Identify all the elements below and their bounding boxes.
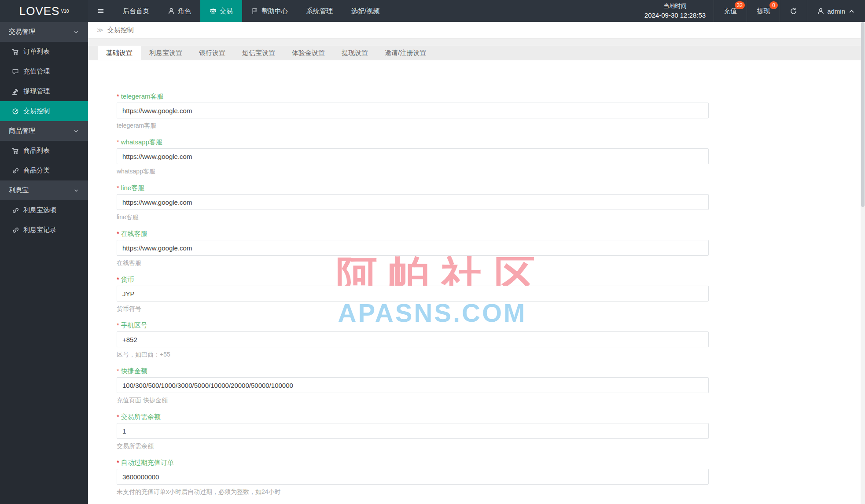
required-asterisk: * (117, 367, 119, 375)
cart-icon (12, 147, 19, 155)
sidebar-item-label: 利息宝选项 (23, 206, 56, 214)
sidebar-item-trade-control[interactable]: 交易控制 (0, 101, 88, 121)
menu-icon (97, 7, 104, 15)
whatsapp-service-input[interactable] (117, 148, 709, 164)
sidebar-group-goods-management[interactable]: 商品管理 (0, 121, 88, 141)
sidebar-group-trade-management[interactable]: 交易管理 (0, 22, 88, 42)
link-icon (12, 207, 19, 214)
topbar-nav-trade[interactable]: 交易 (200, 0, 242, 22)
topbar: LOVES V10 后台首页角色交易帮助中心系统管理选妃/视频 当地时间 202… (0, 0, 865, 22)
cart-icon (12, 48, 19, 55)
tab-invite[interactable]: 邀请/注册设置 (376, 46, 434, 60)
sidebar-item-label: 利息宝记录 (23, 226, 56, 234)
auto-expire-order-input[interactable] (117, 469, 709, 485)
sidebar: 交易管理订单列表充值管理提现管理交易控制商品管理商品列表商品分类利息宝利息宝选项… (0, 22, 88, 504)
required-asterisk: * (117, 230, 119, 237)
recharge-button[interactable]: 充值 32 (714, 0, 747, 22)
tab-trial[interactable]: 体验金设置 (283, 46, 333, 60)
required-asterisk: * (117, 184, 119, 191)
sidebar-item-withdraw-management[interactable]: 提现管理 (0, 81, 88, 101)
sidebar-item-recharge-management[interactable]: 充值管理 (0, 62, 88, 81)
nav-label: 后台首页 (123, 7, 149, 15)
currency-input[interactable] (117, 286, 709, 302)
local-time-value: 2024-09-30 12:28:53 (644, 11, 706, 21)
link-icon (12, 167, 19, 174)
sidebar-group-lixibao[interactable]: 利息宝 (0, 180, 88, 200)
topbar-nav-help[interactable]: 帮助中心 (242, 0, 297, 22)
logo-version: V10 (61, 9, 69, 14)
sidebar-item-label: 交易控制 (23, 107, 50, 115)
field-helper: telegeram客服 (117, 122, 709, 129)
scrollbar (861, 22, 865, 504)
admin-label: admin (827, 7, 845, 15)
tab-bank[interactable]: 银行设置 (191, 46, 234, 60)
sidebar-item-goods-list[interactable]: 商品列表 (0, 141, 88, 161)
tab-withdraw[interactable]: 提现设置 (333, 46, 376, 60)
refresh-button[interactable] (780, 0, 807, 22)
topbar-nav-roles[interactable]: 角色 (158, 0, 200, 22)
settings-form-panel: 阿帕社区 APASNS.COM *telegeram客服telegeram客服*… (88, 60, 865, 504)
caret-up-icon (848, 7, 855, 15)
refresh-icon (790, 7, 797, 15)
required-asterisk: * (117, 92, 119, 100)
field-label: *在线客服 (117, 229, 709, 238)
spacer (88, 38, 865, 45)
link-icon (12, 227, 19, 234)
tab-lixibao[interactable]: 利息宝设置 (141, 46, 191, 60)
field-helper: line客服 (117, 213, 709, 221)
person-icon (168, 7, 175, 15)
withdraw-button[interactable]: 提现 0 (747, 0, 780, 22)
field-label: *交易所需余额 (117, 412, 709, 421)
sidebar-item-lixibao-options[interactable]: 利息宝选项 (0, 200, 88, 220)
topbar-nav-video[interactable]: 选妃/视频 (342, 0, 389, 22)
sidebar-item-label: 充值管理 (23, 67, 50, 76)
tab-sms[interactable]: 短信宝设置 (234, 46, 283, 60)
local-time: 当地时间 2024-09-30 12:28:53 (637, 0, 714, 22)
field-helper: whatsapp客服 (117, 168, 709, 175)
page-title: 交易控制 (107, 26, 134, 34)
trade-required-balance-input[interactable] (117, 423, 709, 439)
sidebar-item-label: 订单列表 (23, 48, 50, 56)
group-label: 利息宝 (9, 186, 29, 195)
field-helper: 交易所需余额 (117, 442, 709, 450)
online-service-input[interactable] (117, 240, 709, 256)
quick-amounts-input[interactable] (117, 377, 709, 393)
required-asterisk: * (117, 459, 119, 466)
topbar-nav-home[interactable]: 后台首页 (114, 0, 158, 22)
sidebar-item-lixibao-records[interactable]: 利息宝记录 (0, 220, 88, 240)
flag-icon (251, 7, 258, 15)
required-asterisk: * (117, 276, 119, 283)
phone-area-code-input[interactable] (117, 331, 709, 347)
telegram-service-input[interactable] (117, 103, 709, 118)
required-asterisk: * (117, 321, 119, 329)
scales-icon (210, 7, 217, 15)
field-label: *快捷金额 (117, 367, 709, 375)
field-helper: 未支付的充值订单x小时后自动过期，必须为整数，如24小时 (117, 488, 709, 496)
chevron-down-icon (73, 188, 79, 194)
topbar-menu-toggle[interactable] (88, 0, 114, 22)
recharge-badge: 32 (735, 1, 745, 9)
tab-basic[interactable]: 基础设置 (98, 46, 141, 60)
field-helper: 在线客服 (117, 259, 709, 267)
group-label: 交易管理 (9, 28, 35, 36)
topbar-nav-system[interactable]: 系统管理 (297, 0, 342, 22)
settings-tabs: 基础设置利息宝设置银行设置短信宝设置体验金设置提现设置邀请/注册设置 (88, 46, 865, 60)
field-label: *telegeram客服 (117, 92, 709, 100)
field-label: *货币 (117, 275, 709, 283)
scrollbar-thumb[interactable] (861, 22, 865, 207)
nav-label: 角色 (178, 7, 191, 15)
comment-icon (12, 68, 19, 75)
sidebar-item-goods-category[interactable]: 商品分类 (0, 161, 88, 180)
form-field-telegram-service: *telegeram客服telegeram客服 (117, 92, 709, 129)
admin-menu[interactable]: admin (807, 0, 865, 22)
sidebar-item-orders-list[interactable]: 订单列表 (0, 42, 88, 62)
breadcrumb-icon: ≫ (97, 26, 103, 33)
required-asterisk: * (117, 413, 119, 420)
nav-label: 选妃/视频 (351, 7, 379, 15)
field-helper: 货币符号 (117, 305, 709, 313)
withdraw-badge: 0 (769, 1, 778, 9)
basic-settings-form: *telegeram客服telegeram客服*whatsapp客服whatsa… (117, 92, 865, 496)
nav-label: 交易 (220, 7, 233, 15)
topbar-right: 当地时间 2024-09-30 12:28:53 充值 32 提现 0 admi… (637, 0, 865, 22)
line-service-input[interactable] (117, 194, 709, 210)
